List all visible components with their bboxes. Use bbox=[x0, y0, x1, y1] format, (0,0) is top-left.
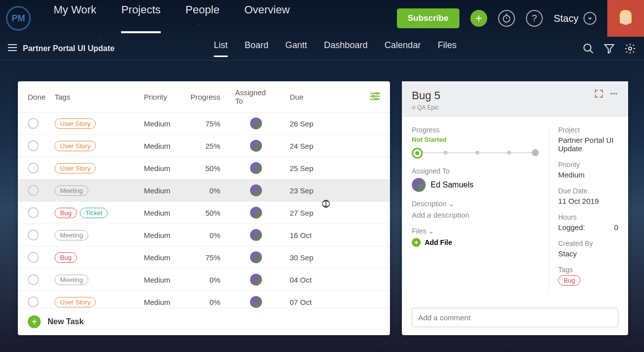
due-cell: 25 Sep bbox=[275, 164, 329, 173]
detail-epic[interactable]: ≡QA Epic bbox=[412, 104, 441, 111]
col-priority[interactable]: Priority bbox=[144, 93, 186, 101]
done-checkbox[interactable] bbox=[28, 230, 39, 240]
tag-badge[interactable]: Ticket bbox=[80, 208, 108, 218]
col-tags[interactable]: Tags bbox=[55, 93, 144, 101]
tag-badge[interactable]: User Story bbox=[55, 141, 96, 151]
col-done[interactable]: Done bbox=[28, 93, 55, 101]
table-row[interactable]: User Story Medium 0% 07 Oct bbox=[18, 291, 390, 308]
tab-calendar[interactable]: Calendar bbox=[385, 40, 421, 57]
created-label: Created By bbox=[558, 239, 618, 247]
topbar: PM My Work Projects People Overview Subs… bbox=[0, 0, 644, 37]
done-checkbox[interactable] bbox=[28, 140, 39, 151]
help-icon[interactable]: ? bbox=[526, 10, 543, 27]
priority-value[interactable]: Medium bbox=[558, 171, 618, 179]
assigned-user[interactable]: Ed Samuels bbox=[412, 178, 539, 192]
assignee-avatar[interactable] bbox=[250, 296, 262, 308]
svg-point-6 bbox=[375, 98, 377, 100]
table-row[interactable]: Meeting Medium 0% 04 Oct bbox=[18, 269, 390, 291]
tag-badge[interactable]: User Story bbox=[55, 118, 96, 129]
avatar[interactable] bbox=[607, 0, 644, 37]
due-cell: 16 Oct bbox=[275, 231, 329, 239]
assignee-avatar[interactable] bbox=[250, 251, 262, 263]
progress-cell: 75% bbox=[186, 253, 220, 262]
done-checkbox[interactable] bbox=[28, 207, 39, 218]
col-progress[interactable]: Progress bbox=[186, 93, 220, 101]
nav-projects[interactable]: Projects bbox=[121, 3, 160, 33]
tab-list[interactable]: List bbox=[214, 40, 228, 57]
view-actions bbox=[582, 43, 636, 55]
user-menu[interactable]: Stacy bbox=[554, 12, 596, 25]
due-cell: 30 Sep bbox=[275, 253, 329, 262]
chevron-down-icon: ⌄ bbox=[449, 200, 454, 208]
timer-icon[interactable] bbox=[498, 10, 515, 27]
table-row[interactable]: User Story Medium 50% 25 Sep bbox=[18, 157, 390, 179]
tag-badge[interactable]: User Story bbox=[55, 163, 96, 174]
tag-badge[interactable]: Bug bbox=[55, 252, 77, 263]
done-checkbox[interactable] bbox=[28, 296, 39, 307]
tag-badge[interactable]: Meeting bbox=[55, 275, 88, 285]
assignee-avatar[interactable] bbox=[250, 184, 262, 196]
progress-cell: 0% bbox=[186, 276, 220, 284]
more-icon[interactable] bbox=[609, 89, 618, 100]
priority-cell: Medium bbox=[144, 119, 186, 128]
assignee-avatar[interactable] bbox=[250, 229, 262, 241]
col-due[interactable]: Due bbox=[275, 93, 329, 101]
table-row[interactable]: Meeting Medium 0% 16 Oct bbox=[18, 224, 390, 246]
new-task-label: New Task bbox=[48, 317, 84, 326]
menu-icon[interactable] bbox=[8, 44, 17, 53]
done-checkbox[interactable] bbox=[28, 163, 39, 174]
tag-badge[interactable]: Meeting bbox=[55, 185, 88, 196]
plus-icon: + bbox=[412, 238, 421, 247]
tag-badge[interactable]: Bug bbox=[55, 208, 77, 218]
assignee-avatar[interactable] bbox=[250, 162, 262, 174]
app-logo[interactable]: PM bbox=[6, 6, 31, 31]
table-body: User Story Medium 75% 26 Sep User Story … bbox=[18, 113, 390, 308]
expand-icon[interactable] bbox=[594, 89, 603, 100]
due-value[interactable]: 11 Oct 2019 bbox=[558, 197, 618, 205]
assignee-avatar[interactable] bbox=[250, 274, 262, 286]
done-checkbox[interactable] bbox=[28, 274, 39, 285]
filter-icon[interactable] bbox=[603, 43, 615, 55]
progress-slider[interactable] bbox=[412, 146, 539, 159]
progress-status: Not Started bbox=[412, 136, 539, 143]
done-checkbox[interactable] bbox=[28, 252, 39, 263]
add-button[interactable]: + bbox=[470, 10, 487, 27]
user-name: Stacy bbox=[554, 13, 579, 24]
add-file-label: Add File bbox=[425, 238, 452, 246]
tab-gantt[interactable]: Gantt bbox=[285, 40, 307, 57]
assignee-avatar[interactable] bbox=[250, 117, 262, 129]
new-task-row[interactable]: + New Task bbox=[18, 308, 390, 335]
description-placeholder[interactable]: Add a description bbox=[412, 211, 539, 219]
assignee-name: Ed Samuels bbox=[431, 180, 473, 189]
table-row[interactable]: User Story Medium 25% 24 Sep bbox=[18, 135, 390, 157]
subscribe-button[interactable]: Subscribe bbox=[397, 8, 459, 28]
files-label[interactable]: Files ⌄ bbox=[412, 227, 539, 235]
tab-dashboard[interactable]: Dashboard bbox=[324, 40, 368, 57]
search-icon[interactable] bbox=[582, 43, 594, 55]
table-row[interactable]: Meeting Medium 0% 23 Sep bbox=[18, 179, 390, 202]
tab-files[interactable]: Files bbox=[438, 40, 456, 57]
column-settings-icon[interactable] bbox=[370, 92, 380, 102]
done-checkbox[interactable] bbox=[28, 185, 39, 196]
assignee-avatar[interactable] bbox=[250, 140, 262, 152]
col-assigned[interactable]: Assigned To bbox=[220, 88, 275, 105]
description-label[interactable]: Description ⌄ bbox=[412, 200, 539, 208]
tag-badge[interactable]: Meeting bbox=[55, 230, 88, 240]
nav-mywork[interactable]: My Work bbox=[54, 3, 96, 33]
done-checkbox[interactable] bbox=[28, 118, 39, 129]
project-title: Partner Portal UI Update bbox=[8, 44, 115, 53]
table-row[interactable]: BugTicket Medium 50% 27 Sep bbox=[18, 202, 390, 224]
table-row[interactable]: User Story Medium 75% 26 Sep bbox=[18, 113, 390, 135]
due-cell: 26 Sep bbox=[275, 119, 329, 128]
nav-people[interactable]: People bbox=[186, 3, 220, 33]
nav-overview[interactable]: Overview bbox=[244, 3, 290, 33]
tab-board[interactable]: Board bbox=[245, 40, 268, 57]
tag-badge[interactable]: User Story bbox=[55, 297, 96, 307]
project-value: Partner Portal UI Update bbox=[558, 136, 618, 153]
detail-tag[interactable]: Bug bbox=[558, 275, 580, 286]
gear-icon[interactable] bbox=[624, 43, 636, 55]
add-file-button[interactable]: +Add File bbox=[412, 238, 539, 247]
assignee-avatar[interactable] bbox=[250, 207, 262, 219]
comment-input[interactable] bbox=[412, 308, 618, 327]
table-row[interactable]: Bug Medium 75% 30 Sep bbox=[18, 246, 390, 269]
